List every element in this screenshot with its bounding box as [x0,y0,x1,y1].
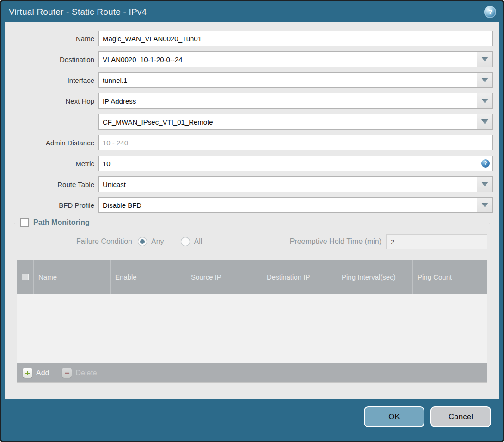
dialog-title: Virtual Router - Static Route - IPv4 [9,7,484,17]
form-row-bfd-profile: BFD Profile [5,197,499,213]
metric-label: Metric [5,160,98,168]
chevron-down-icon [481,99,488,103]
interface-label: Interface [5,76,98,84]
add-button[interactable]: + Add [23,368,49,378]
select-all-checkbox[interactable] [22,274,29,280]
bfd-profile-label: BFD Profile [5,201,98,209]
failure-condition-row: Failure Condition Any All Preemptive Hol… [17,234,487,249]
column-header-enable[interactable]: Enable [111,260,186,294]
delete-button[interactable]: − Delete [62,368,97,378]
radio-all-label: All [194,237,203,246]
name-input[interactable] [98,31,493,46]
dialog-body: Name Destination Interface [5,22,499,399]
cancel-button[interactable]: Cancel [430,406,491,427]
static-route-dialog: Virtual Router - Static Route - IPv4 ? N… [0,0,504,442]
add-button-label: Add [36,369,49,377]
path-monitoring-section: Path Monitoring Failure Condition Any Al… [14,218,490,392]
path-monitoring-title: Path Monitoring [33,218,90,227]
form-row-next-hop: Next Hop [5,93,499,109]
radio-all[interactable] [181,237,190,246]
destination-input[interactable] [98,51,477,67]
title-bar: Virtual Router - Static Route - IPv4 ? [1,1,503,22]
dialog-footer: OK Cancel [1,399,503,441]
form-row-metric: Metric ? [5,156,499,171]
chevron-down-icon [481,57,488,62]
table-toolbar: + Add − Delete [17,363,487,382]
help-icon[interactable]: ? [484,6,496,18]
route-table-input[interactable] [98,176,477,192]
next-hop-value-dropdown-trigger[interactable] [477,114,493,130]
admin-distance-input[interactable] [98,135,493,150]
bfd-profile-input[interactable] [98,197,477,213]
next-hop-label: Next Hop [5,97,98,105]
bfd-profile-dropdown-trigger[interactable] [477,197,493,213]
column-header-ping-interval[interactable]: Ping Interval(sec) [337,260,413,294]
route-table-label: Route Table [5,181,98,188]
path-monitoring-table: Name Enable Source IP Destination IP Pin… [17,260,487,383]
radio-any[interactable] [138,237,147,246]
chevron-down-icon [481,78,488,82]
path-monitoring-checkbox[interactable] [20,218,29,227]
column-header-name[interactable]: Name [34,260,111,294]
next-hop-value-input[interactable] [98,114,477,130]
table-body-empty [17,294,487,363]
preemptive-hold-time-input[interactable] [386,234,487,249]
name-label: Name [5,35,98,43]
plus-icon: + [23,368,32,378]
chevron-down-icon [481,119,488,124]
next-hop-type-input[interactable] [98,93,477,109]
minus-icon: − [62,368,72,378]
route-table-dropdown-trigger[interactable] [477,176,493,192]
delete-button-label: Delete [75,369,97,377]
radio-any-label: Any [151,237,164,246]
chevron-down-icon [481,203,488,207]
table-header-row: Name Enable Source IP Destination IP Pin… [17,260,487,294]
ok-button[interactable]: OK [364,406,424,427]
form-row-next-hop-value [5,114,499,130]
column-header-ping-count[interactable]: Ping Count [413,260,487,294]
form-row-admin-distance: Admin Distance [5,135,499,150]
column-header-source-ip[interactable]: Source IP [186,260,262,294]
interface-input[interactable] [98,72,477,88]
next-hop-type-dropdown-trigger[interactable] [477,93,493,109]
metric-input[interactable] [98,156,493,171]
admin-distance-label: Admin Distance [5,139,98,147]
failure-condition-label: Failure Condition [17,237,138,246]
chevron-down-icon [481,182,488,187]
form-row-interface: Interface [5,72,499,88]
form-row-destination: Destination [5,51,499,67]
path-monitoring-legend: Path Monitoring [18,218,92,227]
metric-help-icon[interactable]: ? [481,159,490,168]
form-row-route-table: Route Table [5,176,499,192]
destination-dropdown-trigger[interactable] [477,51,493,67]
destination-label: Destination [5,56,98,63]
preemptive-hold-time-label: Preemptive Hold Time (min) [290,237,386,246]
form-row-name: Name [5,31,499,46]
interface-dropdown-trigger[interactable] [477,72,493,88]
column-header-destination-ip[interactable]: Destination IP [262,260,337,294]
